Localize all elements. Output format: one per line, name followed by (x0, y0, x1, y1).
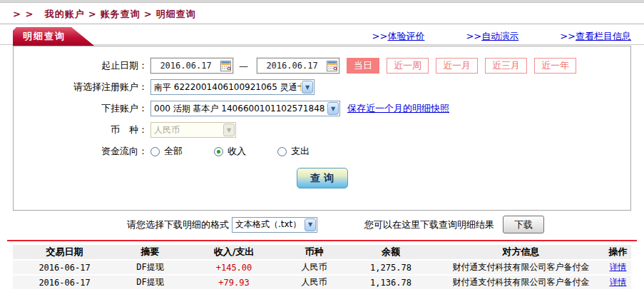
col-header-currency: 币种 (284, 245, 344, 260)
header-links: >>体验评价 >>自动演示 >>查看栏目信息 (372, 30, 631, 43)
chevron-down-icon: ▼ (223, 124, 235, 136)
sub-account-label: 下挂账户： (14, 102, 148, 115)
breadcrumb-separator: > (140, 9, 156, 19)
cell-counterparty: 财付通支付科技有限公司客户备付金 (437, 260, 605, 275)
cell-date: 2016-06-17 (13, 260, 116, 275)
cell-amount: +145.00 (184, 260, 284, 275)
radio-icon[interactable] (214, 147, 223, 156)
quick-range-week-button[interactable]: 近一周 (387, 58, 429, 74)
table-row: 2016-06-17 DF提现 +145.00 人民币 1,275.78 财付通… (13, 260, 631, 275)
currency-value: 人民币 (151, 124, 223, 136)
snapshot-link[interactable]: 保存近一个月的明细快照 (347, 102, 449, 115)
date-range-row: 起止日期： 2016.06.17 — 2016.06.17 (14, 55, 630, 76)
flow-direction-label: 资金流向： (14, 145, 148, 158)
top-strip (0, 0, 644, 3)
date-range-label: 起止日期： (14, 59, 148, 72)
chevron-down-icon[interactable]: ▼ (302, 81, 313, 94)
chevron-down-icon[interactable]: ▼ (305, 218, 316, 231)
flow-direction-row: 资金流向： 全部 收入 支出 (14, 141, 630, 162)
date-range-separator: — (233, 61, 254, 71)
tab-rule (0, 44, 644, 45)
radio-icon[interactable] (277, 147, 287, 156)
breadcrumb-divider (0, 24, 644, 24)
cell-date: 2016-06-17 (13, 275, 116, 289)
download-format-label: 请您选择下载明细的格式 (127, 218, 229, 231)
results-table: 交易日期 摘要 收入/支出 币种 余额 对方信息 操作 2016-06-17 D… (13, 245, 631, 289)
quick-range-year-button[interactable]: 近一年 (534, 58, 576, 74)
download-row: 请您选择下载明细的格式 文本格式（.txt） ▼ 您可以在这里下载查询明细结果 … (0, 216, 644, 233)
radio-icon[interactable] (150, 147, 160, 156)
breadcrumb-item-account-query[interactable]: 账务查询 (101, 9, 140, 19)
register-account-row: 请选择注册账户： 南平 6222001406100921065 灵通卡 ▼ (14, 76, 630, 98)
col-header-balance: 余额 (344, 245, 437, 260)
breadcrumb-item-my-account[interactable]: 我的账户 (45, 9, 85, 19)
detail-query-page: > > 我的账户>账务查询>明细查询 明细查询 >>体验评价 >>自动演示 >>… (0, 0, 644, 297)
cell-currency: 人民币 (284, 275, 344, 289)
download-button[interactable]: 下载 (503, 216, 544, 233)
cell-currency: 人民币 (284, 260, 344, 275)
link-column-info[interactable]: >>查看栏目信息 (560, 30, 631, 43)
end-date-input[interactable]: 2016.06.17 (257, 58, 339, 74)
currency-label: 币 种： (14, 124, 148, 136)
cell-balance: 1,136.78 (344, 275, 437, 289)
query-button-row: 查 询 (14, 168, 630, 188)
col-header-summary: 摘要 (116, 245, 184, 260)
col-header-date: 交易日期 (13, 245, 116, 260)
currency-select: 人民币 ▼ (150, 122, 236, 138)
start-date-input[interactable]: 2016.06.17 (150, 58, 233, 74)
sub-account-value: 000 活期 基本户 1406600101102571848 (151, 103, 327, 115)
detail-link[interactable]: 详情 (610, 262, 627, 272)
breadcrumb-item-detail-query[interactable]: 明细查询 (156, 9, 196, 19)
flow-option-expense[interactable]: 支出 (277, 145, 310, 158)
detail-link[interactable]: 详情 (610, 277, 627, 287)
download-hint: 您可以在这里下载查询明细结果 (364, 218, 494, 231)
breadcrumb-separator: > (85, 9, 101, 19)
breadcrumb: > > 我的账户>账务查询>明细查询 (13, 8, 196, 21)
col-header-action: 操作 (605, 245, 631, 260)
register-account-value: 南平 6222001406100921065 灵通卡 (151, 81, 301, 94)
col-header-counterparty: 对方信息 (437, 245, 605, 260)
cell-counterparty: 财付通支付科技有限公司客户备付金 (437, 275, 605, 289)
flow-option-all[interactable]: 全部 (150, 145, 183, 158)
sub-account-row: 下挂账户： 000 活期 基本户 1406600101102571848 ▼ 保… (14, 98, 630, 119)
table-row: 2016-06-17 DF提现 +79.93 人民币 1,136.78 财付通支… (13, 275, 631, 289)
quick-range-quarter-button[interactable]: 近三月 (485, 58, 527, 74)
chevron-down-icon[interactable]: ▼ (327, 102, 339, 115)
cell-summary: DF提现 (116, 275, 184, 289)
download-format-select[interactable]: 文本格式（.txt） ▼ (232, 217, 317, 233)
table-header-row: 交易日期 摘要 收入/支出 币种 余额 对方信息 操作 (13, 245, 631, 260)
calendar-icon[interactable] (220, 61, 231, 71)
cell-summary: DF提现 (116, 260, 184, 275)
breadcrumb-prefix: > > (13, 9, 34, 19)
query-form-panel: 起止日期： 2016.06.17 — 2016.06.17 (13, 46, 631, 211)
currency-row: 币 种： 人民币 ▼ (14, 119, 630, 141)
calendar-icon[interactable] (327, 61, 337, 71)
quick-range-today-button[interactable]: 当日 (347, 58, 379, 74)
link-auto-demo[interactable]: >>自动演示 (466, 30, 518, 43)
cell-balance: 1,275.78 (344, 260, 437, 275)
tab-detail-query: 明细查询 (13, 27, 94, 46)
quick-range-month-button[interactable]: 近一月 (436, 58, 478, 74)
download-format-value: 文本格式（.txt） (232, 218, 304, 231)
flow-option-income[interactable]: 收入 (214, 145, 246, 158)
register-account-label: 请选择注册账户： (14, 81, 148, 94)
sub-account-select[interactable]: 000 活期 基本户 1406600101102571848 ▼ (150, 101, 340, 116)
register-account-select[interactable]: 南平 6222001406100921065 灵通卡 ▼ (150, 79, 315, 95)
query-button[interactable]: 查 询 (297, 168, 348, 188)
cell-amount: +79.93 (184, 275, 284, 289)
link-experience-rating[interactable]: >>体验评价 (372, 30, 425, 43)
red-divider (7, 240, 637, 241)
start-date-value[interactable]: 2016.06.17 (151, 61, 220, 71)
col-header-amount: 收入/支出 (184, 245, 284, 260)
end-date-value[interactable]: 2016.06.17 (257, 61, 327, 71)
